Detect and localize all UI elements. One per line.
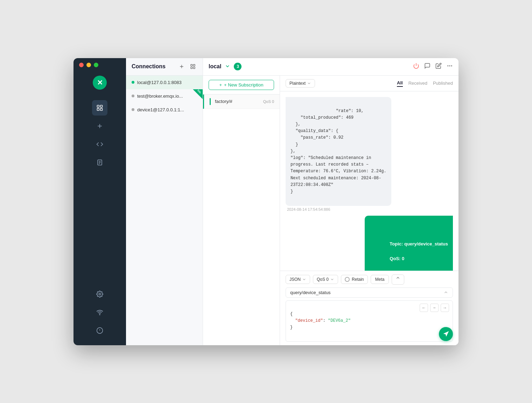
subscription-active-bar	[210, 98, 211, 105]
editor-area: { "device_id": "DEV6a_2" } ← − →	[286, 300, 453, 342]
svg-point-24	[451, 65, 452, 66]
connection-label-local: local@127.0.0.1:8083	[137, 80, 182, 85]
traffic-light-yellow[interactable]	[86, 63, 91, 67]
editor-actions: ← − →	[420, 304, 449, 312]
nav-minus-button[interactable]: −	[430, 304, 439, 312]
svg-rect-1	[100, 105, 103, 107]
tab-received[interactable]: Received	[408, 80, 427, 86]
sidebar-item-info[interactable]	[92, 323, 107, 338]
connection-item-test[interactable]: test@broker.emqx.io...	[126, 89, 203, 103]
svg-rect-17	[191, 64, 192, 66]
edit-icon[interactable]	[435, 63, 442, 70]
sidebar-item-code[interactable]	[92, 137, 107, 152]
sidebar-item-subscribe[interactable]	[92, 305, 107, 320]
svg-rect-19	[191, 67, 192, 69]
svg-rect-18	[193, 64, 195, 66]
message-item-sent: Topic: query/device_status QoS: 0 { "dev…	[365, 216, 453, 270]
json-format-label: JSON	[289, 277, 301, 282]
editor-line3: }	[290, 325, 293, 330]
sent-topic-label: Topic: query/device_status	[390, 241, 448, 246]
sidebar-item-add[interactable]	[92, 118, 107, 134]
connection-status-dot-test	[132, 95, 134, 97]
message-toolbar: Plaintext All Received Published	[280, 76, 458, 91]
connection-status-dot-local	[132, 81, 134, 84]
connection-label-device1: device1@127.0.0.1:1...	[137, 107, 184, 112]
subscription-qos: QoS 0	[263, 99, 274, 104]
main-area: local 3	[203, 58, 458, 345]
subscriptions-panel: + + New Subscription factory/# QoS 0	[203, 76, 280, 345]
main-header: local 3	[203, 58, 458, 76]
meta-button[interactable]: Meta	[371, 275, 389, 284]
message-area: Plaintext All Received Published	[280, 76, 458, 345]
connections-header: Connections	[126, 58, 203, 76]
connection-item-wrapper-test: test@broker.emqx.io... SSL	[126, 89, 203, 103]
sent-qos-label: QoS: 0	[390, 256, 404, 261]
svg-rect-3	[100, 108, 103, 110]
send-button[interactable]	[439, 327, 453, 341]
main-header-right	[413, 63, 453, 70]
message-icon[interactable]	[424, 63, 430, 70]
retain-button[interactable]: Retain	[341, 275, 368, 284]
message-tabs: All Received Published	[397, 79, 453, 87]
subscription-topic: factory/#	[215, 99, 260, 104]
main-header-left: local 3	[209, 63, 241, 70]
sidebar-bottom	[92, 286, 107, 345]
connection-item-wrapper-local: local@127.0.0.1:8083	[126, 76, 203, 89]
sidebar-item-connections[interactable]	[92, 100, 107, 116]
power-icon[interactable]	[413, 63, 419, 70]
connection-item-device1[interactable]: device1@127.0.0.1:1...	[126, 103, 203, 117]
new-subscription-button[interactable]: + + New Subscription	[209, 80, 274, 90]
connections-actions	[177, 62, 197, 71]
format-selector[interactable]: Plaintext	[286, 79, 315, 88]
nav-left-button[interactable]: ←	[420, 304, 428, 312]
editor-value: "DEV6a_2"	[328, 318, 351, 323]
tab-published[interactable]: Published	[433, 80, 453, 86]
sidebar-item-snippet[interactable]	[92, 155, 107, 170]
connections-title: Connections	[132, 63, 166, 70]
layout-button[interactable]	[189, 62, 197, 71]
subscription-item-factory[interactable]: factory/# QoS 0	[203, 95, 280, 109]
qos-label: QoS 0	[317, 277, 329, 282]
send-icon	[442, 331, 449, 338]
meta-label: Meta	[375, 277, 385, 282]
connection-status-dot-device1	[132, 108, 134, 111]
svg-rect-20	[193, 67, 195, 69]
connection-item-local[interactable]: local@127.0.0.1:8083	[126, 76, 203, 89]
expand-button[interactable]	[392, 275, 404, 285]
messages-list: "rate": 10, "total_produced": 469 }, "qu…	[280, 91, 458, 271]
qos-selector[interactable]: QoS 0	[313, 275, 338, 284]
format-chevron-icon	[307, 81, 311, 85]
sidebar: ✕	[74, 58, 126, 345]
new-subscription-label: + New Subscription	[224, 82, 263, 88]
content-area: + + New Subscription factory/# QoS 0 Pla…	[203, 76, 458, 345]
app-logo: ✕	[93, 76, 107, 90]
message-topic-header: Topic: query/device_status QoS: 0	[370, 234, 448, 270]
connections-panel: Connections	[126, 58, 203, 345]
message-bubble-received: "rate": 10, "total_produced": 469 }, "qu…	[286, 97, 391, 206]
more-options-icon[interactable]	[447, 63, 453, 70]
json-format-selector[interactable]: JSON	[286, 275, 310, 284]
connection-item-wrapper-device1: device1@127.0.0.1:1...	[126, 103, 203, 117]
compose-area: JSON QoS 0	[280, 271, 458, 345]
nav-right-button[interactable]: →	[441, 304, 449, 312]
svg-marker-25	[443, 331, 449, 336]
retain-label: Retain	[352, 277, 364, 282]
add-connection-button[interactable]	[177, 62, 186, 71]
traffic-light-green[interactable]	[94, 63, 98, 67]
plus-icon: +	[219, 82, 222, 88]
svg-rect-2	[97, 108, 99, 110]
compose-toolbar: JSON QoS 0	[286, 275, 453, 285]
svg-point-23	[449, 65, 450, 66]
traffic-light-red[interactable]	[79, 63, 84, 67]
active-connection-name: local	[209, 63, 221, 70]
sidebar-icons	[74, 100, 126, 170]
tab-all[interactable]: All	[397, 79, 403, 87]
json-chevron-icon	[302, 277, 306, 282]
sidebar-item-settings[interactable]	[92, 286, 107, 302]
topic-input[interactable]	[290, 290, 443, 295]
chevron-down-icon[interactable]	[225, 63, 230, 70]
message-item-received: "rate": 10, "total_produced": 469 }, "qu…	[286, 97, 428, 212]
message-content-received: "rate": 10, "total_produced": 469 }, "qu…	[290, 109, 386, 194]
expand-icon	[396, 277, 400, 282]
topic-collapse-icon[interactable]	[443, 290, 448, 295]
